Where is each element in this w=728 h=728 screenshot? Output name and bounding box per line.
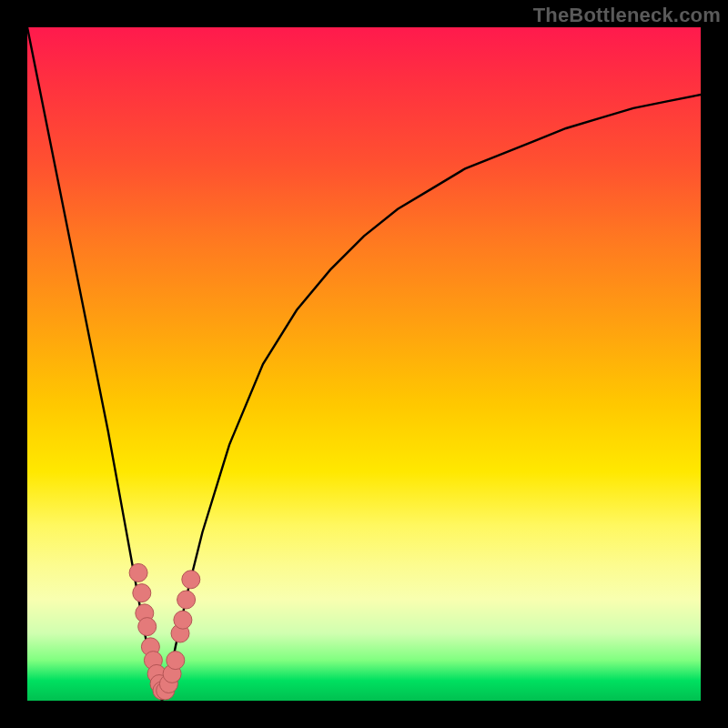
bottleneck-curve (27, 27, 701, 701)
data-marker (133, 584, 151, 602)
data-marker (174, 611, 192, 629)
data-marker (167, 652, 185, 670)
data-marker (177, 591, 196, 609)
data-marker (129, 563, 147, 581)
plot-area (27, 27, 701, 701)
chart-frame: TheBottleneck.com (0, 0, 728, 728)
data-marker (138, 618, 157, 636)
curve-svg (27, 27, 701, 701)
marker-group (129, 563, 200, 700)
watermark-text: TheBottleneck.com (533, 4, 721, 27)
data-marker (182, 571, 200, 589)
